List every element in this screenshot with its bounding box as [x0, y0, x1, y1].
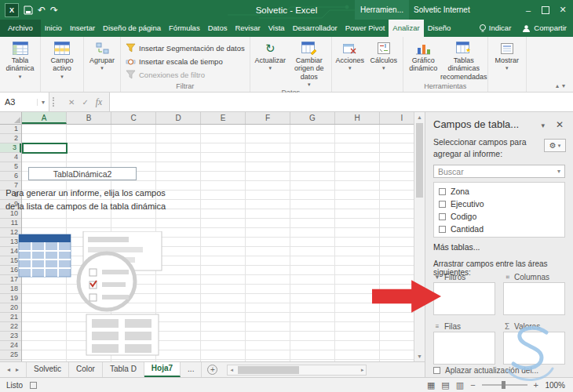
column-header-b[interactable]: B — [67, 112, 111, 124]
area-dropzone-valores[interactable] — [503, 332, 565, 365]
area-dropzone-filtros[interactable] — [433, 282, 495, 315]
zoom-level[interactable]: 100% — [545, 381, 565, 390]
select-all-corner[interactable] — [0, 112, 22, 125]
pane-tools-button[interactable]: ⚙ — [544, 139, 566, 152]
active-field-button[interactable]: Campo activo — [42, 38, 82, 80]
column-header-a[interactable]: A — [22, 112, 67, 124]
area-dropzone-filas[interactable] — [433, 332, 495, 365]
ribbon-tab-dise-o[interactable]: Diseño — [424, 20, 455, 37]
confirm-entry-button[interactable]: ✓ — [82, 98, 88, 107]
filter-connections-button[interactable]: Conexiones de filtro — [126, 68, 245, 82]
field-item-zona[interactable]: Zona — [439, 185, 560, 198]
group-button[interactable]: Agrupar — [86, 38, 119, 71]
field-item-ejecutivo[interactable]: Ejecutivo — [439, 198, 560, 210]
insert-function-button[interactable]: fx — [96, 97, 102, 107]
save-button[interactable] — [24, 0, 33, 20]
tell-me-button[interactable]: Indicar — [474, 20, 516, 37]
cancel-entry-button[interactable]: ✕ — [68, 98, 75, 107]
zoom-slider[interactable] — [482, 384, 527, 386]
sheet-prev-icon[interactable] — [7, 366, 10, 373]
sheet-tab-hoja7[interactable]: Hoja7 — [144, 362, 181, 377]
column-header-i[interactable]: I — [380, 112, 414, 124]
refresh-button[interactable]: ↻ Actualizar — [252, 38, 289, 88]
insert-slicer-button[interactable]: Insertar Segmentación de datos — [126, 42, 245, 55]
ribbon-tab-vista[interactable]: Vista — [265, 20, 289, 37]
normal-view-button[interactable] — [427, 381, 435, 390]
scroll-down-icon[interactable]: ▼ — [414, 354, 425, 359]
scroll-right-icon[interactable] — [361, 367, 364, 373]
sheet-tab-tabla-d[interactable]: Tabla D — [103, 362, 144, 377]
horizontal-scrollbar[interactable] — [227, 365, 367, 376]
search-filter-icon[interactable] — [557, 168, 564, 175]
redo-button[interactable]: ↷ — [50, 0, 58, 20]
ribbon-tab-inicio[interactable]: Inicio — [41, 20, 66, 37]
vertical-scroll-thumb[interactable] — [416, 123, 423, 198]
column-header-g[interactable]: G — [290, 112, 335, 124]
field-item-cantidad[interactable]: Cantidad — [439, 223, 560, 235]
row-header-3[interactable]: 3 — [0, 143, 21, 153]
column-header-h[interactable]: H — [335, 112, 380, 124]
field-item-codigo[interactable]: Codigo — [439, 210, 560, 223]
scroll-up-icon[interactable]: ▲ — [414, 114, 425, 120]
search-input[interactable]: Buscar — [433, 165, 565, 178]
pane-close-icon[interactable] — [556, 119, 564, 130]
ribbon-tab-revisar[interactable]: Revisar — [231, 20, 264, 37]
maximize-button[interactable] — [538, 0, 553, 20]
sheet-tab-color[interactable]: Color — [69, 362, 103, 377]
field-checkbox-ejecutivo[interactable] — [439, 201, 446, 208]
close-button[interactable]: ✕ — [556, 0, 570, 20]
ribbon-tab-archivo[interactable]: Archivo — [0, 20, 41, 37]
sheet-tab-solvetic[interactable]: Solvetic — [26, 362, 69, 377]
vertical-scrollbar[interactable]: ▲ ▼ — [414, 112, 425, 361]
ribbon-tab-analizar[interactable]: Analizar — [389, 20, 423, 37]
horizontal-scroll-thumb[interactable] — [238, 366, 299, 374]
calculations-button[interactable]: Cálculos — [367, 38, 401, 71]
ribbon-tab-desarrollador[interactable]: Desarrollador — [289, 20, 341, 37]
zoom-out-button[interactable]: − — [470, 380, 475, 390]
column-header-d[interactable]: D — [156, 112, 201, 124]
pivot-chart-button[interactable]: Gráfico dinámico — [405, 38, 442, 81]
pivot-table-button[interactable]: Tabla dinámica — [2, 38, 38, 80]
ribbon-tab-datos[interactable]: Datos — [204, 20, 232, 37]
ribbon-tab-insertar[interactable]: Insertar — [66, 20, 99, 37]
formula-input[interactable] — [109, 93, 573, 111]
row-header-6[interactable]: 6 — [0, 172, 21, 181]
minimize-button[interactable]: – — [521, 0, 535, 20]
share-button[interactable]: Compartir — [516, 20, 573, 37]
row-header-1[interactable]: 1 — [0, 125, 21, 134]
area-dropzone-columnas[interactable] — [503, 282, 565, 315]
zoom-slider-thumb[interactable] — [502, 381, 505, 389]
ribbon-tab-power-pivot[interactable]: Power Pivot — [341, 20, 389, 37]
defer-update-checkbox[interactable] — [433, 367, 440, 374]
column-header-e[interactable]: E — [201, 112, 246, 124]
add-sheet-button[interactable]: + — [207, 365, 217, 375]
sheet-tab-item[interactable]: ... — [181, 362, 202, 377]
row-header-4[interactable]: 4 — [0, 153, 21, 162]
formula-bar-handle[interactable] — [53, 97, 61, 107]
pane-options-caret-icon[interactable] — [541, 122, 545, 129]
field-checkbox-cantidad[interactable] — [439, 226, 446, 233]
recommended-pivottables-button[interactable]: Tablas dinámicas recomendadas — [442, 38, 486, 81]
field-checkbox-codigo[interactable] — [439, 213, 446, 220]
row-header-2[interactable]: 2 — [0, 134, 21, 143]
page-layout-view-button[interactable] — [441, 381, 449, 390]
zoom-in-button[interactable]: + — [534, 380, 538, 390]
row-header-5[interactable]: 5 — [0, 162, 21, 172]
column-header-c[interactable]: C — [111, 112, 156, 124]
more-tables-link[interactable]: Más tablas... — [433, 242, 480, 252]
ribbon-tab-dise-o-de-p-gina[interactable]: Diseño de página — [99, 20, 165, 37]
row-header-11[interactable]: 11 — [0, 219, 21, 228]
column-header-f[interactable]: F — [246, 112, 290, 124]
name-box-caret-icon[interactable]: ▾ — [37, 99, 49, 106]
macro-record-icon[interactable] — [30, 382, 37, 389]
ribbon-tab-f-rmulas[interactable]: Fórmulas — [165, 20, 204, 37]
undo-button[interactable]: ↶ — [38, 0, 46, 20]
insert-timeline-button[interactable]: Insertar escala de tiempo — [126, 55, 245, 68]
field-checkbox-zona[interactable] — [439, 188, 446, 195]
show-button[interactable]: Mostrar — [490, 38, 524, 71]
selected-cell[interactable] — [22, 143, 68, 154]
page-break-view-button[interactable] — [456, 381, 464, 390]
change-data-source-button[interactable]: Cambiar origen de datos — [289, 38, 330, 88]
sheet-next-icon[interactable] — [16, 366, 19, 373]
name-box[interactable]: A3 ▾ — [0, 93, 49, 111]
